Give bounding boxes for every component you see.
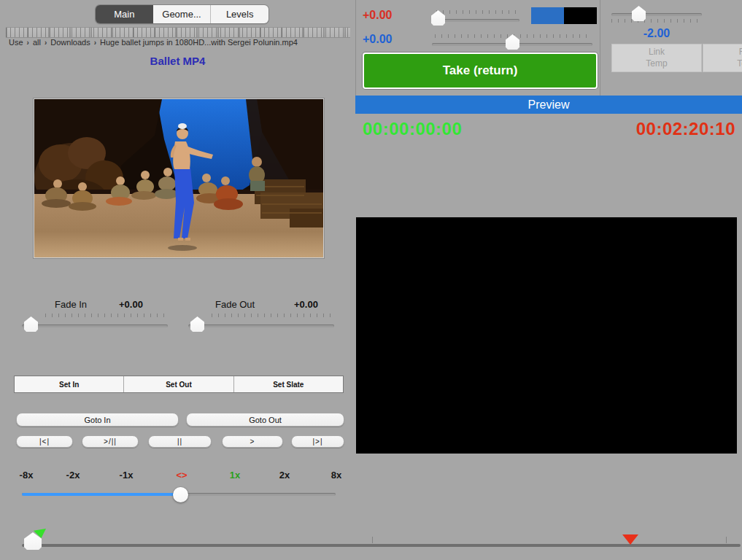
- video-thumbnail[interactable]: [34, 98, 324, 258]
- output-color-swatch: [531, 7, 597, 24]
- breadcrumb-item-filename[interactable]: Huge ballet jumps in 1080HD...with Serge…: [100, 38, 298, 47]
- go-to-end-button[interactable]: |>|: [291, 435, 344, 448]
- speed-label-neg1x[interactable]: -1x: [120, 470, 134, 481]
- fade-out-value: +0.00: [294, 299, 318, 310]
- tab-levels[interactable]: Levels: [210, 5, 268, 23]
- mixer-slider-a[interactable]: [432, 19, 519, 22]
- breadcrumb: Use›all›Downloads›Huge ballet jumps in 1…: [9, 38, 352, 47]
- speed-label-8x[interactable]: 8x: [331, 470, 341, 481]
- swatch-black: [564, 7, 597, 24]
- set-in-button[interactable]: Set In: [15, 376, 123, 392]
- pause-button[interactable]: ||: [148, 435, 212, 448]
- temp-slider[interactable]: [611, 13, 702, 16]
- speed-slider-fill: [22, 493, 181, 496]
- set-slate-button[interactable]: Set Slate: [233, 376, 343, 392]
- link-temp-button[interactable]: Link Temp: [611, 44, 702, 72]
- chevron-right-icon: ›: [45, 39, 47, 47]
- clip-title: Ballet MP4: [0, 55, 355, 67]
- playout-app-window: Main Geome... Levels Use›all›Downloads›H…: [0, 0, 742, 560]
- fade-in-slider[interactable]: [22, 324, 168, 327]
- timecode-remaining: 00:02:20:10: [617, 119, 735, 139]
- temp-value: -2.00: [611, 27, 702, 40]
- timecode-current: 00:00:00:00: [363, 119, 462, 139]
- fade-in-value: +0.00: [119, 299, 143, 310]
- speed-slider-thumb[interactable]: [173, 487, 188, 502]
- panel-divider: [355, 0, 356, 96]
- jog-strip[interactable]: [6, 27, 350, 38]
- fade-in-slider-thumb[interactable]: [24, 316, 38, 332]
- fade-in-label: Fade In: [55, 299, 87, 310]
- panel-divider: [600, 0, 600, 96]
- view-tabbar: Main Geome... Levels: [96, 5, 268, 23]
- breadcrumb-item[interactable]: Downloads: [50, 38, 90, 47]
- chevron-right-icon: ›: [27, 39, 29, 47]
- timeline-tick: [726, 537, 727, 543]
- fade-in-ticks: [45, 314, 169, 317]
- fade-out-label: Fade Out: [215, 299, 255, 310]
- fade-out-slider[interactable]: [188, 324, 334, 327]
- set-marks-bar: Set In Set Out Set Slate: [15, 376, 343, 392]
- ballet-scene-illustration: [34, 99, 323, 257]
- mixer-slider-a-ticks: [436, 10, 519, 14]
- tab-geometry[interactable]: Geome...: [153, 5, 211, 23]
- mixer-red-value: +0.00: [363, 9, 392, 22]
- preview-monitor: [356, 217, 737, 454]
- free-temp-button[interactable]: Free Temp: [703, 44, 742, 72]
- timeline-tick: [372, 537, 373, 543]
- mixer-blue-value: +0.00: [363, 33, 392, 46]
- goto-out-button[interactable]: Goto Out: [186, 413, 344, 427]
- speed-label-loop[interactable]: <>: [176, 470, 187, 481]
- set-out-button[interactable]: Set Out: [123, 376, 233, 392]
- tab-main[interactable]: Main: [96, 5, 153, 23]
- goto-in-button[interactable]: Goto In: [16, 413, 179, 427]
- swatch-blue: [531, 7, 564, 24]
- speed-label-1x[interactable]: 1x: [230, 470, 240, 481]
- play-pause-button[interactable]: >/||: [82, 435, 139, 448]
- preview-header: Preview: [355, 96, 742, 114]
- speed-label-neg8x[interactable]: -8x: [20, 470, 34, 481]
- play-button[interactable]: >: [222, 435, 283, 448]
- take-button[interactable]: Take (return): [363, 52, 598, 89]
- preview-title: Preview: [528, 98, 570, 112]
- fade-out-ticks: [212, 314, 334, 317]
- chevron-right-icon: ›: [94, 39, 96, 47]
- temp-slider-thumb[interactable]: [632, 6, 646, 21]
- temp-slider-ticks: [611, 19, 702, 23]
- breadcrumb-item[interactable]: Use: [9, 38, 23, 47]
- speed-label-neg2x[interactable]: -2x: [66, 470, 80, 481]
- timeline-out-marker[interactable]: [622, 534, 638, 545]
- breadcrumb-item[interactable]: all: [33, 38, 41, 47]
- fade-out-slider-thumb[interactable]: [190, 316, 204, 332]
- speed-label-2x[interactable]: 2x: [279, 470, 290, 481]
- go-to-start-button[interactable]: |<|: [16, 435, 73, 448]
